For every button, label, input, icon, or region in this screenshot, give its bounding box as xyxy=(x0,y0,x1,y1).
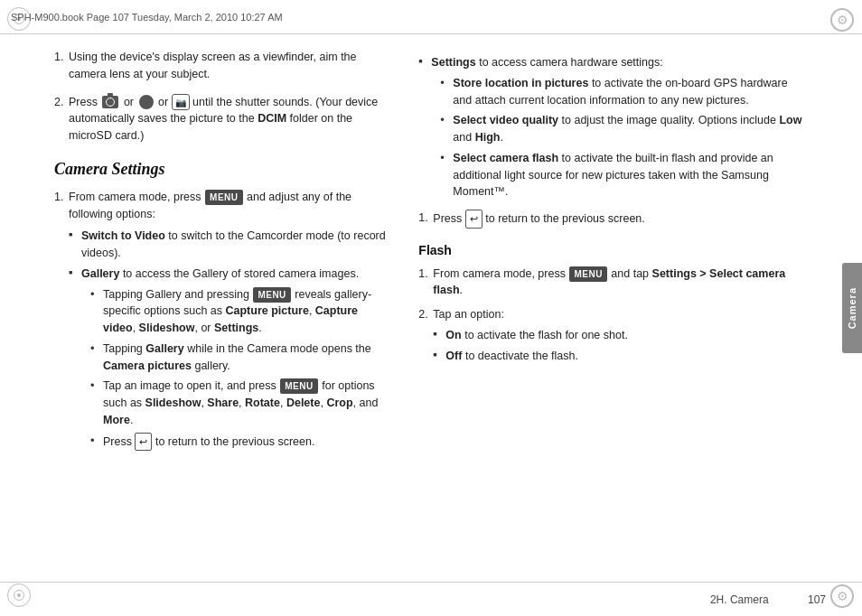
dot-r2: Select video quality to adjust the image… xyxy=(440,112,806,146)
dot-1: Tapping Gallery and pressing MENU reveal… xyxy=(90,286,389,337)
sq-list-right-top: Settings to access camera hardware setti… xyxy=(418,54,806,201)
menu-badge-2: MENU xyxy=(253,287,290,303)
flash-item1-and: and tap xyxy=(611,267,649,280)
circle-icon xyxy=(139,95,154,109)
dot-r3: Select camera flash to activate the buil… xyxy=(440,150,806,201)
right-item-2: Press ↩ to return to the previous screen… xyxy=(418,210,806,229)
dot2-prefix: Tapping xyxy=(103,342,143,355)
flash-list: From camera mode, press MENU and tap Set… xyxy=(418,266,806,365)
shutter-icon: 📷 xyxy=(172,94,190,110)
dot-r2-high: High xyxy=(475,131,501,144)
dot-r2-and: and xyxy=(453,131,474,144)
sq-gallery-rest: to access the Gallery of stored camera i… xyxy=(123,267,359,280)
sq-switch-to-video: Switch to Video to switch to the Camcord… xyxy=(69,228,389,262)
list-item-3: Press or or 📷 until the shutter sounds. … xyxy=(54,94,389,145)
footer-page: 107 xyxy=(808,593,826,606)
footer-bar: 2H. Camera 107 xyxy=(0,582,862,616)
item3-or2: or xyxy=(158,96,172,108)
footer-section: 2H. Camera xyxy=(710,593,769,606)
dot4-prefix: Press xyxy=(103,434,132,447)
flash-item-1: From camera mode, press MENU and tap Set… xyxy=(418,266,806,300)
dot-r2-prefix: Select video quality xyxy=(453,114,558,126)
sq-gallery: Gallery to access the Gallery of stored … xyxy=(69,266,389,451)
dot-3: Tap an image to open it, and press MENU … xyxy=(90,378,389,428)
camera-icon xyxy=(102,96,118,108)
sq-settings-label: Settings xyxy=(431,56,475,69)
cs-item1-prefix: From camera mode, press xyxy=(69,191,201,203)
back-icon-right: ↩ xyxy=(465,210,483,229)
footer-spacer xyxy=(787,593,790,606)
item3-dcim: DCIM xyxy=(258,112,286,125)
camera-settings-list: From camera mode, press MENU and adjust … xyxy=(54,189,389,451)
menu-badge-flash: MENU xyxy=(569,266,606,282)
flash-on-suffix: to activate the flash for one shot. xyxy=(464,329,628,341)
header-bar: SPH-M900.book Page 107 Tuesday, March 2,… xyxy=(0,0,862,34)
flash-off-suffix: to deactivate the flash. xyxy=(465,350,578,362)
dot-list-right: Store location in pictures to activate t… xyxy=(440,75,806,201)
list-item-2: Using the device's display screen as a v… xyxy=(54,49,389,83)
dot2-gallery: Gallery xyxy=(145,342,183,355)
flash-sq-off: Off to deactivate the flash. xyxy=(433,348,806,365)
sq-settings-suffix: to access camera hardware settings: xyxy=(479,56,663,69)
cs-item-1: From camera mode, press MENU and adjust … xyxy=(54,189,389,451)
dot-r1: Store location in pictures to activate t… xyxy=(440,75,806,109)
dot-4: Press ↩ to return to the previous screen… xyxy=(90,433,389,452)
right-item2-prefix: Press xyxy=(433,212,462,225)
dot-r1-prefix: Store location in pictures xyxy=(453,77,588,89)
dot-r2-suffix: to adjust the image quality. Options inc… xyxy=(562,114,776,126)
item3-prefix: Press xyxy=(69,96,98,108)
item3-or: or xyxy=(124,96,137,108)
flash-sq-on: On to activate the flash for one shot. xyxy=(433,327,806,344)
dot1-prefix: Tapping Gallery and pressing xyxy=(103,288,249,301)
flash-on-label: On xyxy=(445,329,461,341)
item2-text: Using the device's display screen as a v… xyxy=(69,51,357,80)
dot-2: Tapping Gallery while in the Camera mode… xyxy=(90,341,389,375)
header-text: SPH-M900.book Page 107 Tuesday, March 2,… xyxy=(11,12,283,23)
flash-sq-list: On to activate the flash for one shot. O… xyxy=(433,327,806,365)
right-column: Settings to access camera hardware setti… xyxy=(404,34,842,582)
dot-r2-period: . xyxy=(500,131,502,144)
sidebar-label: Camera xyxy=(847,287,857,329)
flash-item2-text: Tap an option: xyxy=(433,308,504,321)
sq-list-left: Switch to Video to switch to the Camcord… xyxy=(69,228,389,451)
main-content: Using the device's display screen as a v… xyxy=(0,34,842,582)
menu-badge-1: MENU xyxy=(205,190,242,205)
dot4-suffix: to return to the previous screen. xyxy=(155,434,314,447)
left-column: Using the device's display screen as a v… xyxy=(0,34,404,582)
sq-settings: Settings to access camera hardware setti… xyxy=(418,54,806,201)
flash-heading: Flash xyxy=(418,241,806,260)
dot-r2-low: Low xyxy=(779,114,801,126)
sq-gallery-label: Gallery xyxy=(81,267,119,280)
back-icon: ↩ xyxy=(135,433,152,452)
dot2-camera-pictures: Camera pictures xyxy=(103,359,192,372)
dot-list-left: Tapping Gallery and pressing MENU reveal… xyxy=(90,286,389,452)
right-item2-suffix: to return to the previous screen. xyxy=(485,212,644,225)
sq-switch-label: Switch to Video xyxy=(81,229,165,242)
camera-settings-heading: Camera Settings xyxy=(54,157,389,182)
main-list-left: Using the device's display screen as a v… xyxy=(54,49,389,145)
dot3-prefix: Tap an image to open it, and press xyxy=(103,379,276,392)
sidebar-tab: Camera xyxy=(842,263,862,353)
flash-item1-period: . xyxy=(460,284,463,296)
dot2-suffix: while in the Camera mode opens the xyxy=(187,342,371,355)
menu-badge-3: MENU xyxy=(280,378,317,394)
flash-item-2: Tap an option: On to activate the flash … xyxy=(418,306,806,364)
flash-item1-prefix: From camera mode, press xyxy=(433,267,566,280)
flash-off-label: Off xyxy=(445,350,462,362)
right-numbered-list: Press ↩ to return to the previous screen… xyxy=(418,210,806,229)
dot2-end: gallery. xyxy=(194,359,230,372)
dot-r3-prefix: Select camera flash xyxy=(453,152,558,164)
